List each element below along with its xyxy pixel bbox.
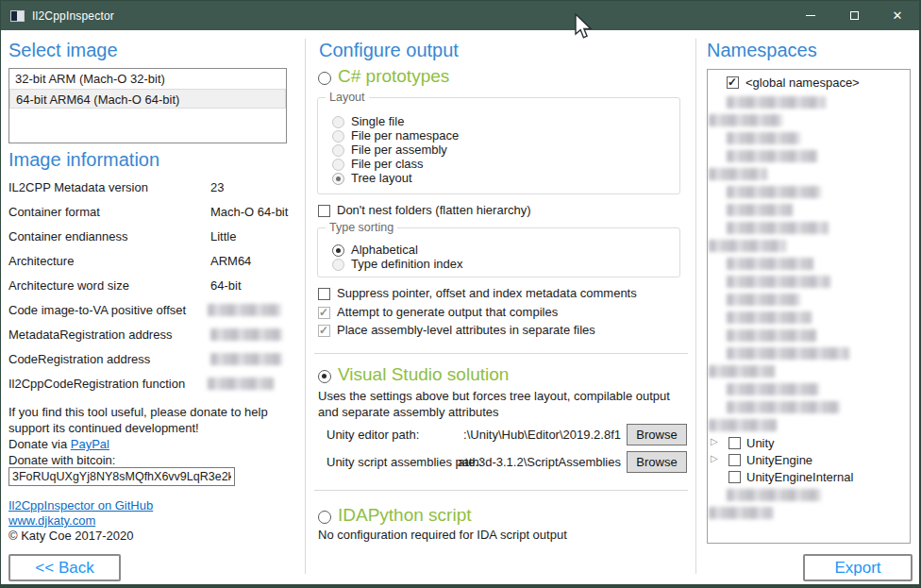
maximize-button[interactable] [832, 1, 876, 30]
section-separator [314, 490, 688, 491]
namespace-item-redacted[interactable] [727, 96, 826, 109]
csharp-prototypes-radio[interactable] [318, 72, 331, 85]
image-list-item[interactable]: 32-bit ARM (Mach-O 32-bit) [9, 69, 286, 89]
info-value: Mach-O 64-bit [210, 205, 288, 219]
idapython-description: No configuration required for IDA script… [318, 528, 567, 542]
paypal-link[interactable]: PayPal [71, 437, 109, 451]
namespace-item-redacted[interactable] [709, 240, 786, 252]
donate-text-line1: If you find this tool useful, please don… [8, 405, 268, 419]
file-per-namespace-radio[interactable] [332, 130, 344, 143]
namespace-item-redacted[interactable] [727, 347, 849, 360]
bitcoin-label: Donate with bitcoin: [8, 453, 115, 467]
namespace-item-redacted[interactable] [727, 186, 821, 198]
unityengine-label[interactable]: UnityEngine [746, 453, 812, 467]
title-bar: Il2CppInspector ✕ [1, 1, 919, 30]
app-window: Il2CppInspector ✕ Select image 32-bit AR… [0, 0, 921, 588]
namespace-item-redacted[interactable] [727, 204, 793, 216]
namespace-item-redacted[interactable] [727, 401, 840, 413]
tree-layout-radio[interactable] [332, 173, 344, 185]
browse-assemblies-button[interactable]: Browse [627, 451, 687, 473]
namespace-item-redacted[interactable] [727, 276, 830, 288]
namespace-item-redacted[interactable] [727, 489, 821, 501]
global-namespace-label[interactable]: <global namespace> [745, 76, 860, 90]
github-link[interactable]: Il2CppInspector on GitHub [8, 498, 153, 512]
global-namespace-checkbox[interactable] [727, 76, 739, 89]
left-center-divider [305, 39, 306, 574]
namespace-item-redacted[interactable] [727, 329, 816, 342]
minimize-button[interactable] [789, 1, 832, 30]
namespace-item-redacted[interactable] [709, 114, 782, 126]
unityengine-expander-icon[interactable]: ▷ [711, 453, 718, 463]
info-label: CodeRegistration address [8, 352, 150, 366]
browse-editor-button[interactable]: Browse [627, 424, 687, 445]
unityengineinternal-label[interactable]: UnityEngineInternal [746, 470, 853, 484]
namespaces-heading: Namespaces [707, 40, 817, 61]
suppress-comments-label[interactable]: Suppress pointer, offset and index metad… [337, 286, 637, 300]
file-per-namespace-label[interactable]: File per namespace [351, 128, 459, 143]
suppress-comments-checkbox[interactable] [318, 288, 330, 300]
type-definition-index-radio[interactable] [332, 259, 344, 271]
minimize-icon [806, 15, 815, 16]
namespace-item-redacted[interactable] [709, 507, 773, 519]
namespace-item-redacted[interactable] [709, 365, 775, 378]
file-per-assembly-label[interactable]: File per assembly [351, 143, 447, 157]
file-per-class-label[interactable]: File per class [351, 157, 424, 171]
unityengineinternal-checkbox[interactable] [728, 471, 741, 483]
attempt-compile-label[interactable]: Attempt to generate output that compiles [337, 305, 558, 319]
unity-expander-icon[interactable]: ▷ [711, 436, 718, 446]
idapython-radio[interactable] [318, 511, 331, 524]
app-icon [10, 10, 25, 22]
unity-checkbox[interactable] [728, 437, 741, 449]
unity-label[interactable]: Unity [746, 436, 775, 450]
namespace-item-redacted[interactable] [727, 311, 812, 324]
attempt-compile-checkbox[interactable] [318, 307, 330, 319]
file-per-class-radio[interactable] [332, 159, 344, 171]
tree-layout-label[interactable]: Tree layout [351, 171, 412, 185]
close-button[interactable]: ✕ [876, 1, 919, 30]
visual-studio-description: Uses the settings above but forces tree … [318, 388, 682, 420]
alphabetical-radio[interactable] [332, 244, 344, 257]
assembly-attributes-checkbox[interactable] [318, 325, 330, 337]
idapython-option[interactable]: IDAPython script [338, 505, 472, 526]
image-list-item-selected[interactable]: 64-bit ARM64 (Mach-O 64-bit) [9, 89, 286, 109]
visual-studio-option[interactable]: Visual Studio solution [338, 364, 509, 385]
single-file-label[interactable]: Single file [351, 114, 404, 128]
website-link[interactable]: www.djkaty.com [8, 513, 95, 528]
info-value: 64-bit [210, 278, 242, 293]
info-label: Container format [8, 205, 100, 219]
back-button[interactable]: << Back [8, 554, 121, 581]
info-label: Il2CppCodeRegistration function [8, 377, 185, 391]
alphabetical-label[interactable]: Alphabetical [351, 243, 418, 257]
csharp-prototypes-option[interactable]: C# prototypes [338, 66, 449, 87]
unityengine-checkbox[interactable] [728, 454, 741, 466]
namespace-item-redacted[interactable] [709, 419, 777, 431]
donate-text-line2: support its continued development! [8, 421, 199, 435]
visual-studio-radio[interactable] [318, 370, 331, 383]
unity-editor-path-label: Unity editor path: [327, 428, 419, 442]
namespace-item-redacted[interactable] [727, 132, 800, 144]
namespace-item-redacted[interactable] [727, 222, 829, 234]
file-per-assembly-radio[interactable] [332, 144, 344, 157]
info-value-redacted [208, 378, 274, 390]
namespace-item-redacted[interactable] [727, 383, 819, 395]
info-value-redacted [210, 353, 282, 365]
namespace-item-redacted[interactable] [709, 168, 767, 180]
maximize-icon [850, 11, 859, 20]
dont-nest-checkbox[interactable] [318, 205, 330, 217]
info-label: IL2CPP Metadata version [8, 180, 148, 194]
unity-editor-path-value: :\Unity\Hub\Editor\2019.2.8f1 [426, 428, 621, 442]
single-file-radio[interactable] [332, 116, 344, 128]
type-definition-index-label[interactable]: Type definition index [351, 257, 463, 271]
namespace-item-redacted[interactable] [727, 258, 813, 270]
assembly-attributes-label[interactable]: Place assembly-level attributes in separ… [337, 323, 595, 337]
export-button[interactable]: Export [803, 554, 913, 581]
info-value: ARM64 [210, 254, 251, 268]
type-sorting-group-label: Type sorting [326, 221, 397, 234]
namespace-item-redacted[interactable] [727, 294, 800, 306]
namespace-item-redacted[interactable] [727, 150, 817, 162]
bitcoin-address-input[interactable] [8, 467, 235, 486]
info-label: Code image-to-VA positive offset [8, 303, 186, 317]
window-title: Il2CppInspector [32, 9, 114, 23]
dont-nest-label[interactable]: Don't nest folders (flatten hierarchy) [337, 203, 531, 217]
close-icon: ✕ [893, 8, 903, 23]
